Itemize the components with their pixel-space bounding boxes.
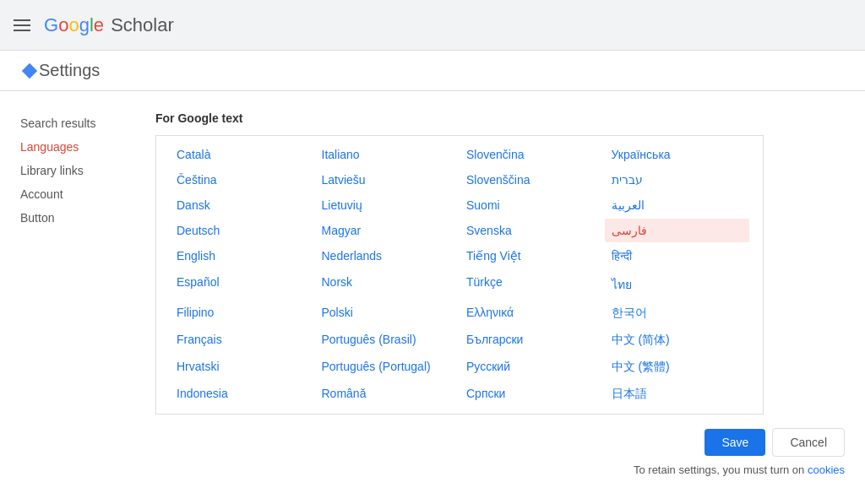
language-item[interactable]: 中文 (简体) <box>605 328 750 353</box>
language-item[interactable]: Українська <box>605 143 750 166</box>
language-item[interactable]: العربية <box>605 193 750 217</box>
footer-text: To retain settings, you must turn on <box>634 463 804 476</box>
logo-letter-g2: g <box>79 14 90 36</box>
language-item[interactable]: Italiano <box>315 143 460 166</box>
language-item[interactable]: English <box>170 244 315 268</box>
language-item[interactable]: Nederlands <box>315 244 460 268</box>
language-item[interactable]: ไทย <box>605 270 750 299</box>
settings-title: Settings <box>39 61 100 80</box>
language-item[interactable]: Català <box>170 143 315 166</box>
language-item[interactable]: Română <box>315 382 460 407</box>
language-item[interactable]: Tiếng Việt <box>460 244 605 268</box>
sidebar-item-account[interactable]: Account <box>20 182 155 206</box>
language-item[interactable]: Slovenščina <box>460 168 605 192</box>
logo-letter-g1: G <box>44 14 58 36</box>
sidebar-item-languages[interactable]: Languages <box>20 135 155 159</box>
content-area: For Google text CatalàItalianoSlovenčina… <box>155 111 845 476</box>
save-button[interactable]: Save <box>705 429 765 456</box>
language-item[interactable]: Slovenčina <box>460 143 605 166</box>
language-item[interactable]: Filipino <box>170 301 315 326</box>
main-content: Search resultsLanguagesLibrary linksAcco… <box>0 91 865 496</box>
logo-letter-o1: o <box>58 14 68 36</box>
language-item[interactable]: Български <box>460 328 605 353</box>
hamburger-menu[interactable] <box>14 19 30 31</box>
sidebar-item-library-links[interactable]: Library links <box>20 159 155 182</box>
language-item[interactable]: עברית <box>605 168 750 192</box>
language-item[interactable]: Српски <box>460 382 605 407</box>
settings-bar: Settings <box>0 51 865 91</box>
language-item[interactable]: Русский <box>460 355 605 380</box>
language-item[interactable]: Türkçe <box>460 270 605 299</box>
settings-icon <box>20 62 39 80</box>
language-item[interactable]: Magyar <box>315 219 460 242</box>
language-item[interactable]: Norsk <box>315 270 460 299</box>
language-item[interactable]: Français <box>170 328 315 353</box>
language-grid-container: CatalàItalianoSlovenčinaУкраїнськаČeštin… <box>155 135 764 415</box>
language-item[interactable]: Español <box>170 270 315 299</box>
logo-letter-e: e <box>94 14 104 36</box>
language-item[interactable]: Deutsch <box>170 219 315 242</box>
language-item[interactable]: فارسی <box>605 219 750 242</box>
logo-scholar: Scholar <box>111 14 174 36</box>
action-row: Save Cancel <box>155 428 845 457</box>
language-item[interactable]: Suomi <box>460 193 605 217</box>
language-grid: CatalàItalianoSlovenčinaУкраїнськаČeštin… <box>170 143 749 407</box>
language-item[interactable]: Polski <box>315 301 460 326</box>
language-item[interactable]: Hrvatski <box>170 355 315 380</box>
header: Google Scholar <box>0 0 865 51</box>
language-item[interactable]: Ελληνικά <box>460 301 605 326</box>
language-item[interactable]: Português (Portugal) <box>315 355 460 380</box>
logo-letter-o2: o <box>68 14 79 36</box>
language-item[interactable]: Indonesia <box>170 382 315 407</box>
language-item[interactable]: 中文 (繁體) <box>605 355 750 380</box>
sidebar: Search resultsLanguagesLibrary linksAcco… <box>20 111 155 476</box>
logo: Google Scholar <box>44 14 174 36</box>
sidebar-item-search-results[interactable]: Search results <box>20 111 155 135</box>
language-item[interactable]: 한국어 <box>605 301 750 326</box>
cancel-button[interactable]: Cancel <box>772 428 845 457</box>
language-item[interactable]: 日本語 <box>605 382 750 407</box>
language-item[interactable]: Dansk <box>170 193 315 217</box>
language-item[interactable]: Čeština <box>170 168 315 192</box>
language-item[interactable]: Lietuvių <box>315 193 460 217</box>
language-item[interactable]: Latviešu <box>315 168 460 192</box>
section-title: For Google text <box>155 111 845 125</box>
footer-message: To retain settings, you must turn on coo… <box>155 463 845 476</box>
language-item[interactable]: हिन्दी <box>605 244 750 268</box>
cookies-link[interactable]: cookies <box>808 463 845 476</box>
language-item[interactable]: Português (Brasil) <box>315 328 460 353</box>
language-item[interactable]: Svenska <box>460 219 605 242</box>
sidebar-item-button[interactable]: Button <box>20 206 155 230</box>
